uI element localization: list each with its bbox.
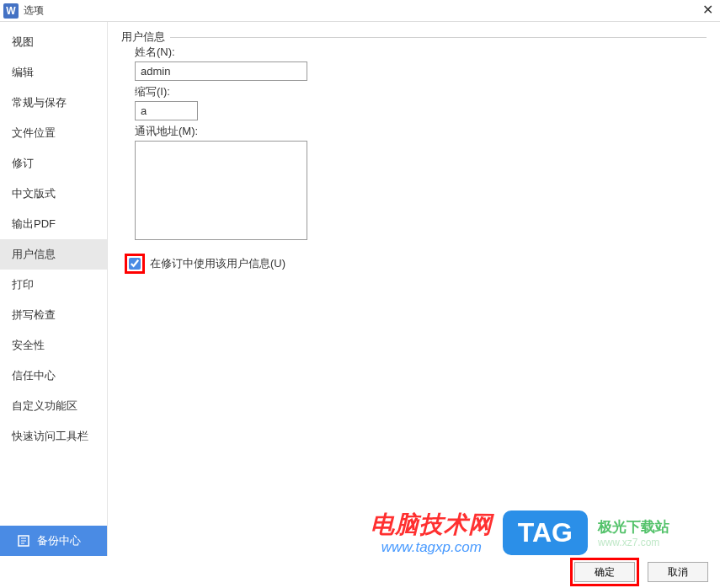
sidebar-item-revision[interactable]: 修订 — [0, 148, 107, 179]
ok-highlight: 确定 — [570, 558, 639, 586]
backup-center-label: 备份中心 — [37, 533, 81, 548]
cancel-button[interactable]: 取消 — [648, 562, 708, 582]
watermark-xz7-title: 极光下载站 — [598, 517, 669, 537]
footer: 确定 取消 — [0, 556, 720, 588]
backup-center-button[interactable]: 备份中心 — [0, 526, 107, 556]
watermark-tagxp-title: 电脑技术网 — [371, 509, 493, 541]
window-title: 选项 — [24, 3, 44, 18]
address-textarea[interactable] — [135, 141, 307, 240]
backup-icon — [17, 534, 30, 548]
ok-button[interactable]: 确定 — [574, 562, 635, 582]
checkbox-highlight — [125, 254, 145, 274]
close-icon[interactable]: ✕ — [702, 3, 713, 17]
watermark-area: 电脑技术网 www.tagxp.com TAG 极光下载站 www.xz7.co… — [371, 509, 669, 556]
sidebar: 视图 编辑 常规与保存 文件位置 修订 中文版式 输出PDF 用户信息 打印 拼… — [0, 22, 108, 556]
use-in-revision-label: 在修订中使用该用户信息(U) — [150, 256, 285, 271]
sidebar-item-chinese-layout[interactable]: 中文版式 — [0, 179, 107, 209]
sidebar-item-output-pdf[interactable]: 输出PDF — [0, 209, 107, 239]
sidebar-item-edit[interactable]: 编辑 — [0, 57, 107, 88]
sidebar-item-customize-ribbon[interactable]: 自定义功能区 — [0, 391, 107, 421]
address-label: 通讯地址(M): — [135, 124, 707, 139]
watermark-xz7: 极光下载站 www.xz7.com — [598, 517, 669, 548]
titlebar: W 选项 ✕ — [0, 0, 720, 22]
initials-label: 缩写(I): — [135, 84, 707, 99]
use-in-revision-checkbox[interactable] — [129, 258, 141, 270]
name-input[interactable] — [135, 61, 307, 81]
sidebar-item-general-save[interactable]: 常规与保存 — [0, 88, 107, 118]
sidebar-item-security[interactable]: 安全性 — [0, 330, 107, 361]
watermark-tagxp: 电脑技术网 www.tagxp.com — [371, 509, 493, 556]
sidebar-item-user-info[interactable]: 用户信息 — [0, 239, 107, 270]
main-area: 视图 编辑 常规与保存 文件位置 修订 中文版式 输出PDF 用户信息 打印 拼… — [0, 22, 720, 556]
name-label: 姓名(N): — [135, 45, 707, 60]
sidebar-item-trust-center[interactable]: 信任中心 — [0, 361, 107, 391]
app-icon: W — [3, 3, 19, 19]
initials-row: 缩写(I): — [135, 84, 707, 120]
checkbox-row: 在修订中使用该用户信息(U) — [125, 254, 707, 274]
sidebar-item-quick-access[interactable]: 快速访问工具栏 — [0, 421, 107, 452]
initials-input[interactable] — [135, 101, 198, 120]
address-row: 通讯地址(M): — [135, 124, 707, 243]
watermark-xz7-url: www.xz7.com — [598, 537, 669, 548]
watermark-tagxp-url: www.tagxp.com — [371, 539, 493, 556]
name-row: 姓名(N): — [135, 45, 707, 81]
content-panel: 用户信息 姓名(N): 缩写(I): 通讯地址(M): 在修订中使用该用户信息(… — [108, 22, 720, 556]
sidebar-item-view[interactable]: 视图 — [0, 27, 107, 57]
sidebar-item-spell-check[interactable]: 拼写检查 — [0, 300, 107, 330]
sidebar-item-print[interactable]: 打印 — [0, 270, 107, 300]
group-title: 用户信息 — [121, 29, 170, 45]
watermark-tag-badge: TAG — [503, 510, 588, 555]
sidebar-item-file-location[interactable]: 文件位置 — [0, 118, 107, 148]
user-info-group: 用户信息 姓名(N): 缩写(I): 通讯地址(M): 在修订中使用该用户信息(… — [121, 37, 707, 274]
